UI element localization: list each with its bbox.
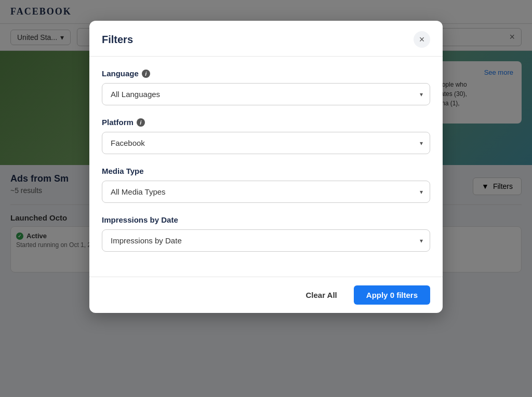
language-label: Language i (102, 69, 430, 78)
impressions-label: Impressions by Date (102, 215, 430, 224)
apply-filters-button[interactable]: Apply 0 filters (354, 285, 430, 305)
filters-modal: Filters × Language i All Languages Engli… (89, 21, 443, 313)
platform-select-wrapper: Facebook Instagram Messenger Audience Ne… (102, 132, 430, 154)
modal-header: Filters × (89, 21, 443, 57)
media-type-select[interactable]: All Media Types Image Video Carousel Col… (102, 181, 430, 203)
media-type-label: Media Type (102, 167, 430, 175)
platform-filter-section: Platform i Facebook Instagram Messenger … (102, 118, 430, 154)
modal-title: Filters (102, 34, 133, 46)
language-select-wrapper: All Languages English Spanish French Ger… (102, 83, 430, 105)
impressions-filter-section: Impressions by Date Impressions by Date … (102, 215, 430, 252)
modal-overlay: Filters × Language i All Languages Engli… (0, 0, 532, 397)
clear-all-button[interactable]: Clear All (295, 285, 347, 305)
platform-info-icon[interactable]: i (137, 118, 145, 127)
language-info-icon[interactable]: i (142, 70, 150, 78)
modal-body: Language i All Languages English Spanish… (89, 57, 443, 277)
impressions-select-wrapper: Impressions by Date Last 7 days Last 30 … (102, 229, 430, 252)
impressions-select[interactable]: Impressions by Date Last 7 days Last 30 … (102, 229, 430, 252)
language-select[interactable]: All Languages English Spanish French Ger… (102, 83, 430, 105)
platform-select[interactable]: Facebook Instagram Messenger Audience Ne… (102, 132, 430, 154)
media-type-select-wrapper: All Media Types Image Video Carousel Col… (102, 181, 430, 203)
platform-label: Platform i (102, 118, 430, 127)
media-type-filter-section: Media Type All Media Types Image Video C… (102, 167, 430, 203)
modal-close-button[interactable]: × (414, 31, 430, 48)
modal-footer: Clear All Apply 0 filters (89, 277, 443, 313)
language-filter-section: Language i All Languages English Spanish… (102, 69, 430, 105)
